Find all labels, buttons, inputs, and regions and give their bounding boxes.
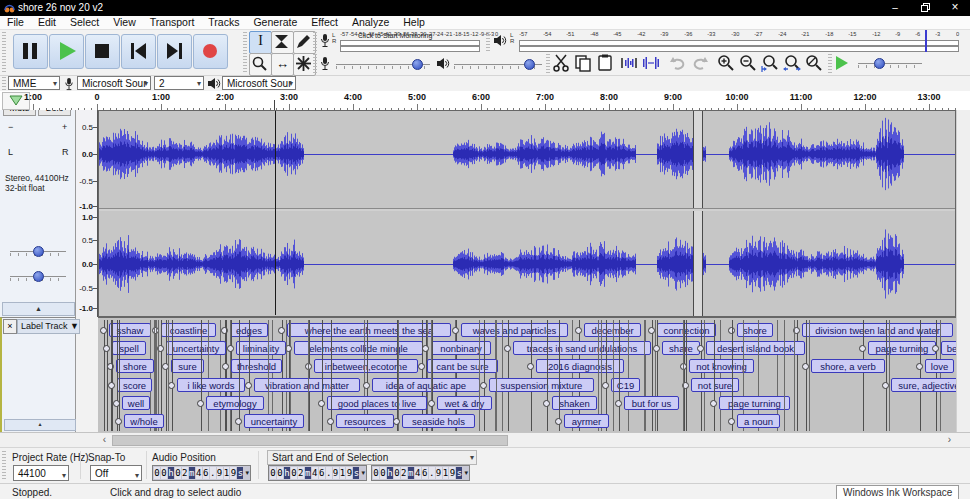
- label-chip[interactable]: elements collide mingle: [294, 341, 423, 355]
- label-handle-icon[interactable]: [504, 345, 511, 352]
- time-digit[interactable]: 0: [394, 467, 400, 479]
- label-handle-icon[interactable]: [916, 363, 923, 370]
- label-handle-icon[interactable]: [615, 400, 622, 407]
- label-chip[interactable]: but for us: [624, 396, 679, 410]
- menu-edit[interactable]: Edit: [31, 16, 63, 29]
- label-chip[interactable]: ayrmer: [564, 414, 609, 428]
- time-digit[interactable]: 0: [373, 467, 379, 479]
- label-chip[interactable]: good places to live: [327, 396, 427, 410]
- time-digit[interactable]: 2: [182, 467, 188, 479]
- label-chip[interactable]: well: [122, 396, 150, 410]
- label-handle-icon[interactable]: [103, 345, 110, 352]
- fit-selection-button[interactable]: [760, 53, 781, 74]
- time-digit[interactable]: 6: [319, 467, 325, 479]
- label-chip[interactable]: traces in sand undulations: [513, 341, 651, 355]
- label-chip[interactable]: division tween land and water: [802, 323, 953, 337]
- label-chip[interactable]: nonbinary: [431, 341, 491, 355]
- fit-project-button[interactable]: [782, 53, 803, 74]
- edit-toolbar-grip[interactable]: [546, 54, 550, 74]
- label-chip[interactable]: suspension mixture: [489, 378, 594, 392]
- tools-grip[interactable]: [243, 32, 247, 74]
- time-digit[interactable]: 0: [154, 467, 160, 479]
- time-unit[interactable]: m: [189, 467, 195, 479]
- menu-help[interactable]: Help: [396, 16, 432, 29]
- time-unit[interactable]: h: [284, 467, 290, 479]
- label-handle-icon[interactable]: [222, 363, 229, 370]
- label-handle-icon[interactable]: [859, 345, 866, 352]
- label-handle-icon[interactable]: [418, 363, 425, 370]
- label-chip[interactable]: shore: [116, 359, 154, 373]
- skip-to-end-button[interactable]: [157, 34, 192, 69]
- label-chip[interactable]: a noun: [737, 414, 780, 428]
- label-handle-icon[interactable]: [422, 345, 429, 352]
- chevron-down-icon[interactable]: ▾: [464, 469, 468, 477]
- label-chip[interactable]: idea of aquatic ape: [372, 378, 480, 392]
- label-chip[interactable]: uncertainty: [166, 341, 226, 355]
- record-button[interactable]: [193, 34, 228, 69]
- vertical-scrollbar[interactable]: [956, 110, 970, 432]
- playback-meter[interactable]: LR -57-54-51-48-45-42-39-36-33-30-27-24-…: [491, 30, 965, 52]
- time-unit[interactable]: s: [353, 467, 359, 479]
- label-handle-icon[interactable]: [235, 418, 242, 425]
- track-control-panel[interactable]: Mute Solo − + L R Stereo, 44100Hz 32-bit…: [0, 110, 76, 317]
- minimize-button[interactable]: –: [880, 0, 910, 16]
- label-chip[interactable]: page turning: [868, 341, 936, 355]
- label-chip[interactable]: page turning: [719, 396, 790, 410]
- label-handle-icon[interactable]: [100, 327, 107, 334]
- play-at-speed-button[interactable]: [833, 53, 854, 74]
- time-digit[interactable]: 6: [422, 467, 428, 479]
- selection-start-field[interactable]: 00h02m46.919s▾: [268, 465, 367, 481]
- label-track-panel[interactable]: × Label Track ▼ ▴: [0, 317, 76, 432]
- menu-generate[interactable]: Generate: [246, 16, 304, 29]
- silence-audio-button[interactable]: [641, 53, 662, 74]
- recording-meter-grip[interactable]: [313, 32, 317, 52]
- timeshift-tool-button[interactable]: ↔: [271, 53, 294, 76]
- monitoring-overlay-text[interactable]: Click to Start Monitoring: [358, 32, 432, 39]
- audio-position-field[interactable]: 00h02m46.919s▾: [152, 465, 251, 481]
- skip-to-start-button[interactable]: [121, 34, 156, 69]
- label-handle-icon[interactable]: [197, 400, 204, 407]
- label-handle-icon[interactable]: [168, 382, 175, 389]
- time-unit[interactable]: s: [237, 467, 243, 479]
- time-digit[interactable]: 1: [224, 467, 230, 479]
- time-digit[interactable]: .: [326, 467, 332, 479]
- label-handle-icon[interactable]: [227, 345, 234, 352]
- time-digit[interactable]: 0: [161, 467, 167, 479]
- zoom-out-button[interactable]: [738, 53, 759, 74]
- label-handle-icon[interactable]: [648, 327, 655, 334]
- time-unit[interactable]: h: [387, 467, 393, 479]
- label-handle-icon[interactable]: [932, 345, 939, 352]
- recording-meter[interactable]: LR -57-54-51-48-45-42-39-36-33-30-27-24-…: [318, 30, 483, 52]
- label-handle-icon[interactable]: [710, 400, 717, 407]
- label-chip[interactable]: score: [117, 378, 152, 392]
- time-digit[interactable]: 9: [217, 467, 223, 479]
- chevron-down-icon[interactable]: ▾: [361, 469, 365, 477]
- play-button[interactable]: [49, 34, 84, 69]
- zoom-in-button[interactable]: [716, 53, 737, 74]
- label-handle-icon[interactable]: [653, 345, 660, 352]
- restore-button[interactable]: [910, 0, 940, 16]
- label-track-area[interactable]: sshawcoastlineedgeswhere the earth meets…: [98, 317, 956, 432]
- selection-mode-select[interactable]: Start and End of Selection ▾: [267, 450, 477, 465]
- label-track-title[interactable]: Label Track ▼: [17, 319, 80, 334]
- label-chip[interactable]: sure, adjective: [891, 378, 956, 392]
- label-chip[interactable]: liminality: [236, 341, 286, 355]
- label-handle-icon[interactable]: [363, 382, 370, 389]
- time-digit[interactable]: 2: [298, 467, 304, 479]
- transport-grip[interactable]: [2, 32, 6, 72]
- audio-host-select[interactable]: MME▾: [8, 76, 60, 90]
- time-digit[interactable]: 9: [346, 467, 352, 479]
- undo-button[interactable]: [668, 53, 689, 74]
- time-digit[interactable]: 2: [401, 467, 407, 479]
- label-track-collapse-button[interactable]: ▴: [4, 419, 76, 431]
- mute-button[interactable]: Mute: [3, 110, 36, 116]
- time-digit[interactable]: 9: [230, 467, 236, 479]
- label-handle-icon[interactable]: [697, 345, 704, 352]
- selection-tool-button[interactable]: I: [249, 31, 272, 54]
- project-rate-select[interactable]: 44100▾: [13, 465, 69, 481]
- zoom-tool-button[interactable]: [249, 53, 272, 76]
- label-chip[interactable]: be: [941, 341, 956, 355]
- label-handle-icon[interactable]: [393, 418, 400, 425]
- label-handle-icon[interactable]: [327, 418, 334, 425]
- copy-button[interactable]: [573, 53, 594, 74]
